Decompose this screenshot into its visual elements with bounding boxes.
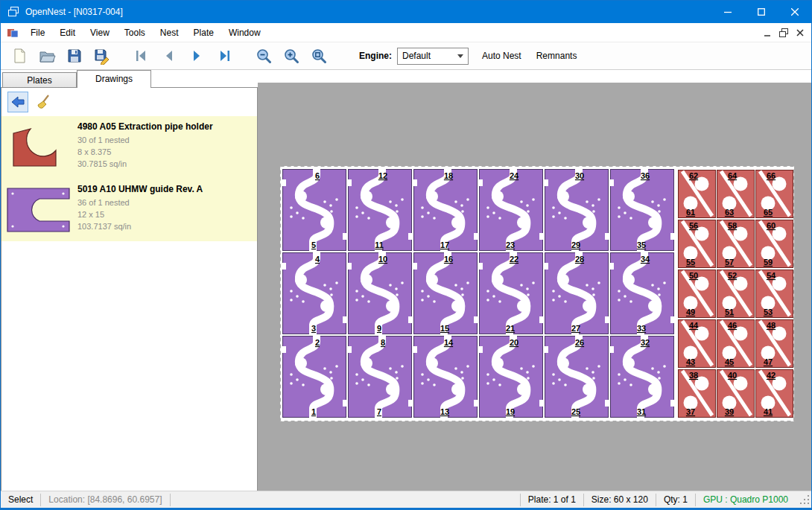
part-number: 53: [764, 307, 773, 316]
red-part-pair[interactable]: 6261: [679, 170, 716, 218]
red-part-pair[interactable]: 4241: [756, 370, 793, 418]
purple-part-pair[interactable]: 1211: [348, 169, 412, 251]
zoom-in-icon[interactable]: [280, 45, 302, 67]
open-icon[interactable]: [36, 45, 58, 67]
part-number: 44: [689, 321, 699, 330]
zoom-fit-icon[interactable]: [308, 45, 330, 67]
purple-part-pair[interactable]: 2827: [545, 252, 609, 334]
part-number: 35: [637, 240, 646, 249]
part-number: 10: [378, 255, 387, 264]
list-item-drawing-1[interactable]: 4980 A05 Extraction pipe holder 30 of 1 …: [1, 116, 257, 179]
menu-nest[interactable]: Nest: [153, 25, 186, 41]
red-part-pair[interactable]: 4039: [717, 370, 755, 418]
status-bar: Select Location: [84.8696, 60.6957] Plat…: [1, 491, 811, 508]
purple-part-pair[interactable]: 3635: [610, 169, 674, 251]
red-part-pair[interactable]: 5251: [717, 270, 755, 318]
nav-next-icon[interactable]: [185, 45, 208, 67]
red-part-pair[interactable]: 4443: [679, 320, 716, 368]
zoom-out-icon[interactable]: [253, 45, 275, 67]
save-as-icon[interactable]: [91, 45, 113, 67]
purple-part-pair[interactable]: 3231: [610, 336, 674, 418]
purple-part-pair[interactable]: 87: [348, 336, 412, 418]
purple-part-pair[interactable]: 2019: [479, 336, 543, 418]
drawing-thumbnail-red: [1, 116, 77, 179]
part-number: 25: [571, 407, 580, 416]
part-number: 48: [767, 321, 775, 330]
nav-last-icon[interactable]: [213, 45, 235, 67]
purple-part-pair[interactable]: 1817: [413, 169, 478, 251]
remnants-button[interactable]: Remnants: [535, 48, 579, 64]
part-number: 39: [725, 407, 734, 416]
drawing-area: 103.7137 sq/in: [77, 220, 203, 232]
red-part-pair[interactable]: 4645: [717, 320, 755, 368]
plate-size-label: Size: 60 x 120: [584, 494, 656, 506]
red-part-pair[interactable]: 6665: [756, 170, 793, 218]
part-number: 66: [767, 171, 775, 180]
part-number: 21: [506, 324, 515, 333]
red-part-pair[interactable]: 3837: [679, 370, 716, 418]
mdi-close-icon[interactable]: [792, 25, 808, 40]
purple-part-pair[interactable]: 2221: [479, 252, 543, 334]
part-number: 22: [510, 255, 518, 264]
red-part-shape: [13, 129, 56, 166]
menu-plate[interactable]: Plate: [186, 25, 221, 41]
window-title: OpenNest - [N0317-004]: [25, 7, 123, 17]
part-number: 32: [641, 338, 650, 347]
red-part-pair[interactable]: 4847: [756, 320, 793, 368]
part-number: 42: [767, 371, 775, 380]
mdi-minimize-icon[interactable]: [759, 25, 775, 40]
nav-first-icon[interactable]: [130, 45, 153, 67]
purple-part-pair[interactable]: 65: [282, 169, 346, 251]
menu-tools[interactable]: Tools: [117, 25, 153, 41]
new-icon[interactable]: [8, 45, 31, 67]
red-part-pair[interactable]: 5049: [679, 270, 716, 318]
purple-part-pair[interactable]: 3433: [610, 252, 674, 334]
menu-view[interactable]: View: [83, 25, 117, 41]
plate-count-label: Plate: 1 of 1: [521, 494, 583, 506]
main-toolbar: Engine: Default Auto Nest Remnants: [1, 42, 811, 70]
menu-window[interactable]: Window: [221, 25, 268, 41]
purple-part-pair[interactable]: 43: [282, 252, 346, 334]
part-number: 58: [728, 221, 737, 230]
mdi-restore-icon[interactable]: [775, 25, 792, 40]
menu-edit[interactable]: Edit: [52, 25, 83, 41]
part-number: 57: [725, 258, 734, 267]
import-arrow-icon[interactable]: [7, 92, 28, 112]
engine-select[interactable]: Default: [397, 48, 469, 65]
part-number: 60: [767, 221, 775, 230]
drawing-title: 5019 A10 UHMW guide Rev. A: [77, 184, 203, 194]
nest-plate-svg[interactable]: 6512111817242330293635431091615222128273…: [280, 166, 794, 421]
menu-bar: File Edit View Tools Nest Plate Window: [1, 23, 811, 42]
red-part-pair[interactable]: 5655: [679, 220, 716, 268]
list-item-drawing-2[interactable]: 5019 A10 UHMW guide Rev. A 36 of 1 neste…: [1, 179, 257, 241]
broom-icon[interactable]: [34, 92, 55, 112]
purple-part-pair[interactable]: 2423: [479, 169, 543, 251]
purple-part-pair[interactable]: 1413: [413, 336, 478, 418]
purple-part-pair[interactable]: 1615: [413, 252, 478, 334]
purple-part-pair[interactable]: 3029: [545, 169, 609, 251]
maximize-icon[interactable]: [744, 1, 778, 23]
nav-prev-icon[interactable]: [158, 45, 180, 67]
save-icon[interactable]: [63, 45, 86, 67]
red-part-pair[interactable]: 6463: [717, 170, 755, 218]
auto-nest-button[interactable]: Auto Nest: [480, 48, 523, 64]
purple-part-pair[interactable]: 21: [282, 336, 346, 418]
tab-plates[interactable]: Plates: [2, 72, 77, 88]
drawing-area: 30.7815 sq/in: [77, 158, 213, 170]
menu-file[interactable]: File: [23, 25, 52, 41]
red-part-pair[interactable]: 6059: [756, 220, 793, 268]
canvas[interactable]: 6512111817242330293635431091615222128273…: [258, 70, 812, 492]
drawing-thumbnail-purple: [1, 179, 77, 241]
close-icon[interactable]: [778, 1, 811, 23]
purple-part-pair[interactable]: 2625: [545, 336, 609, 418]
part-number: 29: [571, 240, 580, 249]
red-part-pair[interactable]: 5453: [756, 270, 793, 318]
red-part-pair[interactable]: 5857: [717, 220, 755, 268]
nest-plate[interactable]: 6512111817242330293635431091615222128273…: [280, 166, 794, 421]
tab-drawings[interactable]: Drawings: [77, 70, 151, 88]
purple-part-pair[interactable]: 109: [348, 252, 412, 334]
minimize-icon[interactable]: [711, 1, 744, 23]
canvas-background[interactable]: 6512111817242330293635431091615222128273…: [258, 83, 812, 492]
qty-label: Qty: 1: [656, 494, 695, 506]
resize-grip-icon[interactable]: [800, 495, 810, 505]
